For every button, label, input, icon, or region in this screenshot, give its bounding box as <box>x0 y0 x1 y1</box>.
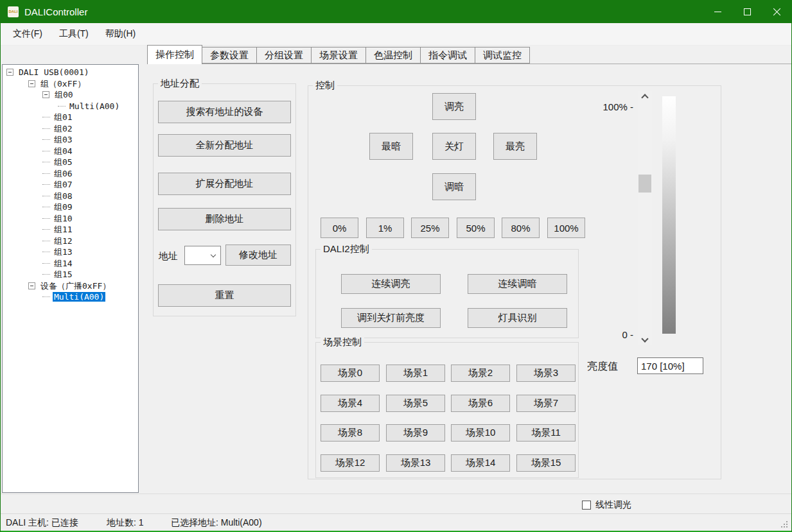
level-1pct-button[interactable]: 1% <box>366 218 404 238</box>
level-80pct-button[interactable]: 80% <box>502 218 540 238</box>
scene-9-button[interactable]: 场景9 <box>386 424 445 442</box>
menubar: 文件(F)工具(T)帮助(H) <box>1 23 791 46</box>
tree-item-label[interactable]: Multi(A00) <box>53 292 105 302</box>
tree-row: 组14 <box>3 258 138 270</box>
menu-help[interactable]: 帮助(H) <box>97 23 144 45</box>
level-25pct-button[interactable]: 25% <box>411 218 449 238</box>
tree-connector <box>42 229 50 230</box>
linear-dimming-checkbox[interactable] <box>582 501 591 510</box>
scene-8-button[interactable]: 场景8 <box>321 424 380 442</box>
scroll-up-button[interactable] <box>638 91 652 104</box>
scene-10-button[interactable]: 场景10 <box>451 424 510 442</box>
tree-item-label[interactable]: 组00 <box>53 90 75 99</box>
reset-button[interactable]: 重置 <box>158 284 291 307</box>
tree-expander-icon[interactable] <box>28 282 35 289</box>
scene-15-button[interactable]: 场景15 <box>516 454 576 472</box>
tree-item-label[interactable]: 组09 <box>53 202 74 212</box>
tab-6[interactable]: 调试监控 <box>475 47 530 64</box>
scene-14-button[interactable]: 场景14 <box>451 454 510 472</box>
tree-item-label[interactable]: 组04 <box>53 146 74 156</box>
tree-row: 组13 <box>3 246 138 258</box>
tree-row: 组00 <box>3 89 138 101</box>
tree-item-label[interactable]: 组02 <box>53 124 74 133</box>
lamp-off-button[interactable]: 关灯 <box>432 133 476 160</box>
delete-address-button[interactable]: 删除地址 <box>158 208 291 230</box>
scene-13-button[interactable]: 场景13 <box>386 454 445 472</box>
extended-address-allocation-button[interactable]: 扩展分配地址 <box>158 173 291 195</box>
tree-item-label[interactable]: 组11 <box>53 225 74 234</box>
goto-last-active-level-button[interactable]: 调到关灯前亮度 <box>341 308 441 328</box>
tree-item-label[interactable]: 组01 <box>53 112 74 122</box>
tree-connector <box>42 274 50 275</box>
tree-expander-icon[interactable] <box>6 69 13 76</box>
tree-connector <box>42 241 50 241</box>
tree-connector <box>42 139 50 140</box>
tree-item-label[interactable]: 组03 <box>53 135 74 144</box>
brighten-button[interactable]: 调亮 <box>432 93 476 120</box>
tab-1[interactable]: 参数设置 <box>202 47 257 64</box>
close-button[interactable] <box>762 0 791 23</box>
device-tree[interactable]: DALI USB(0001)组（0xFF）组00Multi(A00)组01组02… <box>2 64 139 493</box>
scene-12-button[interactable]: 场景12 <box>321 454 380 472</box>
tree-item-label[interactable]: 组05 <box>53 157 74 167</box>
tab-2[interactable]: 分组设置 <box>256 47 312 64</box>
modify-address-button[interactable]: 修改地址 <box>225 245 291 266</box>
tab-5[interactable]: 指令调试 <box>420 47 475 64</box>
tree-item-label[interactable]: 组10 <box>53 214 74 223</box>
tree-connector <box>42 296 50 297</box>
tree-row: 组03 <box>3 134 138 146</box>
slider-min-label: 0 - <box>574 329 633 340</box>
scene-4-button[interactable]: 场景4 <box>321 395 380 412</box>
dim-button[interactable]: 调暗 <box>432 173 476 200</box>
scrollbar-thumb[interactable] <box>638 175 651 193</box>
scene-3-button[interactable]: 场景3 <box>516 365 576 382</box>
level-0pct-button[interactable]: 0% <box>321 218 358 238</box>
max-brightness-button[interactable]: 最亮 <box>493 133 537 160</box>
tree-item-label[interactable]: 设备（广播0xFF） <box>39 281 112 291</box>
menu-tools[interactable]: 工具(T) <box>51 23 97 45</box>
brightness-scrollbar[interactable] <box>638 91 652 345</box>
tree-item-label[interactable]: 组12 <box>53 236 74 246</box>
tree-row: 组11 <box>3 224 138 236</box>
scroll-down-button[interactable] <box>638 332 652 345</box>
resize-grip[interactable] <box>786 526 788 528</box>
scene-5-button[interactable]: 场景5 <box>386 395 445 412</box>
menu-file[interactable]: 文件(F) <box>4 23 51 45</box>
search-addressed-devices-button[interactable]: 搜索有地址的设备 <box>158 101 291 123</box>
scene-2-button[interactable]: 场景2 <box>451 365 510 382</box>
tree-item-label[interactable]: DALI USB(0001) <box>17 67 91 77</box>
tab-0[interactable]: 操作控制 <box>147 45 202 64</box>
tree-item-label[interactable]: 组08 <box>53 191 74 201</box>
tree-item-label[interactable]: Multi(A00) <box>68 101 121 111</box>
min-brightness-button[interactable]: 最暗 <box>369 133 413 160</box>
scene-6-button[interactable]: 场景6 <box>451 395 510 412</box>
scene-7-button[interactable]: 场景7 <box>516 395 576 412</box>
tree-row: 设备（广播0xFF） <box>3 280 138 292</box>
tree-item-label[interactable]: 组15 <box>53 270 74 279</box>
maximize-button[interactable] <box>732 0 762 23</box>
tree-expander-icon[interactable] <box>42 91 49 98</box>
tree-expander-icon[interactable] <box>28 80 35 87</box>
level-50pct-button[interactable]: 50% <box>457 218 495 238</box>
status-address-count: 地址数: 1 <box>107 517 144 529</box>
continuous-dim-button[interactable]: 连续调暗 <box>468 274 567 294</box>
scene-11-button[interactable]: 场景11 <box>516 424 576 442</box>
minimize-button[interactable] <box>703 0 732 23</box>
scene-1-button[interactable]: 场景1 <box>386 365 445 382</box>
tab-4[interactable]: 色温控制 <box>365 47 421 64</box>
tree-row: Multi(A00) <box>3 101 138 112</box>
tree-connector <box>42 128 50 129</box>
tree-item-label[interactable]: 组13 <box>53 247 74 257</box>
brightness-value-field[interactable]: 170 [10%] <box>637 357 703 374</box>
new-address-allocation-button[interactable]: 全新分配地址 <box>158 134 291 157</box>
tree-item-label[interactable]: 组（0xFF） <box>39 79 87 89</box>
address-combobox[interactable] <box>184 246 221 265</box>
lamp-identify-button[interactable]: 灯具识别 <box>468 308 567 328</box>
tab-3[interactable]: 场景设置 <box>311 47 366 64</box>
level-100pct-button[interactable]: 100% <box>547 218 585 238</box>
scene-0-button[interactable]: 场景0 <box>321 365 380 382</box>
continuous-brighten-button[interactable]: 连续调亮 <box>341 274 441 294</box>
tree-item-label[interactable]: 组07 <box>53 180 74 189</box>
tree-item-label[interactable]: 组14 <box>53 259 74 268</box>
tree-item-label[interactable]: 组06 <box>53 169 74 178</box>
